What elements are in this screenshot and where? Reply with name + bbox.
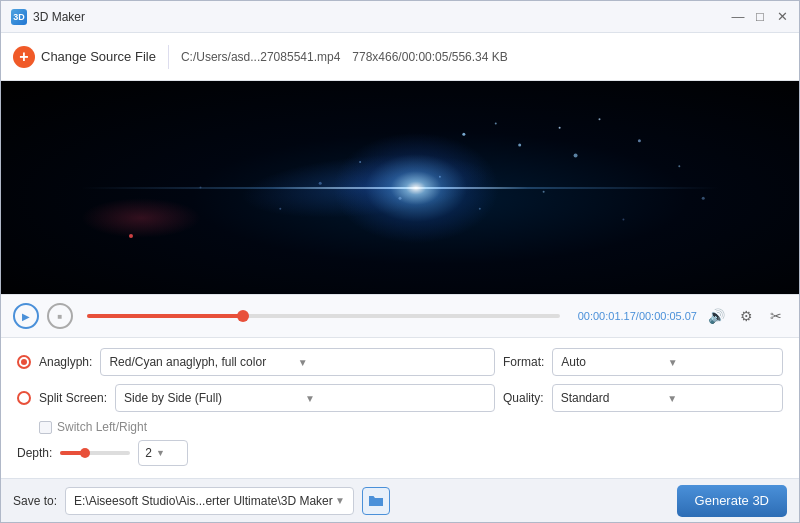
- seek-progress: [87, 314, 243, 318]
- app-title: 3D Maker: [33, 10, 731, 24]
- switch-checkbox-label[interactable]: Switch Left/Right: [39, 420, 147, 434]
- split-radio[interactable]: [17, 391, 31, 405]
- save-path-display: E:\Aiseesoft Studio\Ais...erter Ultimate…: [65, 487, 354, 515]
- anaglyph-label: Anaglyph:: [39, 355, 92, 369]
- quality-value: Standard: [561, 391, 668, 405]
- anaglyph-select[interactable]: Red/Cyan anaglyph, full color ▼: [100, 348, 495, 376]
- quality-select[interactable]: Standard ▼: [552, 384, 783, 412]
- nebula-red: [81, 198, 201, 238]
- save-path-text: E:\Aiseesoft Studio\Ais...erter Ultimate…: [74, 494, 335, 508]
- play-button[interactable]: ▶: [13, 303, 39, 329]
- settings-icon[interactable]: ⚙: [735, 305, 757, 327]
- anaglyph-row: Anaglyph: Red/Cyan anaglyph, full color …: [17, 348, 783, 376]
- change-source-button[interactable]: + Change Source File: [13, 42, 156, 72]
- depth-slider[interactable]: [60, 451, 130, 455]
- plus-icon: +: [13, 46, 35, 68]
- app-icon: 3D: [11, 9, 27, 25]
- particle: [559, 127, 561, 129]
- anaglyph-radio[interactable]: [17, 355, 31, 369]
- format-select[interactable]: Auto ▼: [552, 348, 783, 376]
- split-value: Side by Side (Full): [124, 391, 305, 405]
- anaglyph-arrow: ▼: [298, 357, 486, 368]
- source-bar: + Change Source File C:/Users/asd...2708…: [1, 33, 799, 81]
- title-bar: 3D 3D Maker — □ ✕: [1, 1, 799, 33]
- volume-icon[interactable]: 🔊: [705, 305, 727, 327]
- window-controls: — □ ✕: [731, 10, 789, 24]
- browse-folder-button[interactable]: [362, 487, 390, 515]
- switch-text: Switch Left/Right: [57, 420, 147, 434]
- particle: [678, 165, 680, 167]
- format-arrow: ▼: [668, 357, 774, 368]
- total-time: 00:00:05.07: [639, 310, 697, 322]
- depth-label: Depth:: [17, 446, 52, 460]
- particle: [574, 154, 578, 158]
- particle: [599, 118, 601, 120]
- particle: [518, 143, 521, 146]
- depth-value: 2: [145, 446, 152, 460]
- switch-row: Switch Left/Right: [17, 420, 783, 434]
- controls-bar: ▶ ■ 00:00:01.17/00:00:05.07 🔊 ⚙ ✂: [1, 294, 799, 338]
- generate-3d-button[interactable]: Generate 3D: [677, 485, 787, 517]
- particle: [622, 218, 624, 220]
- source-file-meta: 778x466/00:00:05/556.34 KB: [352, 50, 507, 64]
- minimize-button[interactable]: —: [731, 10, 745, 24]
- main-window: 3D 3D Maker — □ ✕ + Change Source File C…: [0, 0, 800, 523]
- close-button[interactable]: ✕: [775, 10, 789, 24]
- split-arrow: ▼: [305, 393, 486, 404]
- split-label: Split Screen:: [39, 391, 107, 405]
- maximize-button[interactable]: □: [753, 10, 767, 24]
- split-row: Split Screen: Side by Side (Full) ▼ Qual…: [17, 384, 783, 412]
- save-path-arrow: ▼: [335, 495, 345, 506]
- seek-bar[interactable]: [87, 314, 560, 318]
- quality-arrow: ▼: [667, 393, 774, 404]
- switch-checkbox[interactable]: [39, 421, 52, 434]
- format-section: Format: Auto ▼: [503, 348, 783, 376]
- format-label: Format:: [503, 355, 544, 369]
- depth-select[interactable]: 2 ▼: [138, 440, 188, 466]
- depth-row: Depth: 2 ▼: [17, 440, 783, 466]
- quality-label: Quality:: [503, 391, 544, 405]
- particle: [702, 197, 705, 200]
- current-time: 00:00:01.17: [578, 310, 636, 322]
- light-glow: [326, 128, 506, 248]
- save-label: Save to:: [13, 494, 57, 508]
- change-source-label: Change Source File: [41, 49, 156, 64]
- particle: [495, 123, 497, 125]
- video-background: [1, 81, 799, 294]
- split-select[interactable]: Side by Side (Full) ▼: [115, 384, 495, 412]
- settings-panel: Anaglyph: Red/Cyan anaglyph, full color …: [1, 338, 799, 478]
- folder-icon: [368, 494, 384, 508]
- source-file-path: C:/Users/asd...27085541.mp4: [181, 50, 340, 64]
- particle: [638, 139, 641, 142]
- seek-thumb: [237, 310, 249, 322]
- particle: [543, 191, 545, 193]
- depth-thumb: [80, 448, 90, 458]
- split-section: Split Screen: Side by Side (Full) ▼: [17, 384, 495, 412]
- save-bar: Save to: E:\Aiseesoft Studio\Ais...erter…: [1, 478, 799, 522]
- time-display: 00:00:01.17/00:00:05.07: [578, 310, 697, 322]
- stop-button[interactable]: ■: [47, 303, 73, 329]
- quality-section: Quality: Standard ▼: [503, 384, 783, 412]
- anaglyph-value: Red/Cyan anaglyph, full color: [109, 355, 297, 369]
- source-divider: [168, 45, 169, 69]
- cut-icon[interactable]: ✂: [765, 305, 787, 327]
- depth-arrow: ▼: [156, 448, 165, 458]
- anaglyph-section: Anaglyph: Red/Cyan anaglyph, full color …: [17, 348, 495, 376]
- video-preview: [1, 81, 799, 294]
- format-value: Auto: [561, 355, 667, 369]
